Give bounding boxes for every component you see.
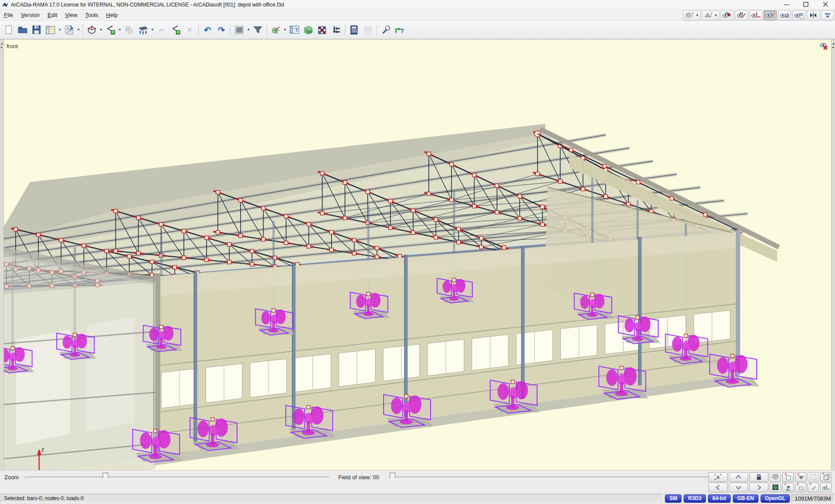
- colorgrid-icon: [317, 25, 327, 35]
- chevright-icon: [755, 483, 763, 492]
- view-name-label: front: [7, 43, 18, 50]
- fov-slider-thumb[interactable]: [390, 473, 395, 481]
- menu-item-edit[interactable]: Edit: [43, 10, 61, 20]
- hatchglass-icon: [685, 10, 695, 20]
- svg-text:+: +: [784, 483, 786, 487]
- frame-3d-button-dropdown[interactable]: ▼: [99, 23, 104, 37]
- dropdown-arrow-icon[interactable]: ▼: [714, 13, 718, 17]
- document-export-button-dropdown[interactable]: ▼: [76, 23, 81, 37]
- calculations-button[interactable]: [347, 23, 361, 37]
- show-axes-button[interactable]: [749, 10, 762, 20]
- pan-right-button[interactable]: [749, 483, 768, 492]
- pan-left-button[interactable]: [708, 483, 728, 492]
- slab-load-button[interactable]: [136, 23, 150, 37]
- svg-text:↶: ↶: [204, 25, 211, 34]
- fit-view-button[interactable]: [770, 483, 781, 492]
- menu-item-tools[interactable]: Tools: [81, 10, 102, 20]
- loads-definition-button[interactable]: [329, 23, 343, 37]
- tools-options-button[interactable]: [379, 23, 393, 37]
- section-bars-button-dropdown[interactable]: ▼: [246, 23, 251, 37]
- lock-view-button[interactable]: [749, 472, 768, 482]
- properties-table-button[interactable]: I: [287, 23, 301, 37]
- dropdown-arrow-icon[interactable]: ▼: [695, 13, 699, 17]
- plushour-icon: +: [784, 483, 792, 492]
- cut-icon: ✂: [157, 25, 167, 35]
- plussq-icon: +: [784, 473, 792, 481]
- menu-item-file[interactable]: File: [0, 10, 17, 20]
- fov-slider-track[interactable]: [391, 477, 709, 479]
- eyeaxes2-icon: [822, 483, 830, 492]
- zoom-slider-track[interactable]: [25, 477, 330, 479]
- show-node-numbers-button[interactable]: 11: [721, 10, 734, 20]
- close-button[interactable]: [815, 0, 835, 10]
- maximize-button[interactable]: [796, 0, 815, 10]
- toolbar-separator: [230, 24, 230, 36]
- minimize-button[interactable]: [776, 0, 796, 10]
- delete-view-button[interactable]: ✕: [708, 472, 728, 482]
- menu-item-view[interactable]: View: [61, 10, 81, 20]
- add-node-button[interactable]: +: [169, 23, 183, 37]
- geometry-settings-button-dropdown[interactable]: ▼: [283, 23, 287, 37]
- collapse-icon: [823, 10, 832, 20]
- zoom-selected-button[interactable]: +: [782, 483, 794, 492]
- panels-icon: [45, 25, 56, 35]
- chevleft-icon: [714, 483, 722, 492]
- section-bars-button[interactable]: [232, 23, 246, 37]
- chevdown-icon: [734, 483, 743, 492]
- show-supports-button[interactable]: [764, 10, 777, 20]
- render-mode-dropdown[interactable]: ▼: [683, 10, 701, 20]
- zoom-cube-button[interactable]: +: [820, 472, 832, 482]
- delview-icon: ✕: [714, 473, 722, 481]
- zoom-window-button[interactable]: +: [782, 472, 794, 482]
- save-project-button[interactable]: [30, 23, 43, 37]
- dock-panels-button[interactable]: [807, 10, 820, 20]
- view-axes-button[interactable]: [820, 483, 832, 492]
- project-panels-button-dropdown[interactable]: ▼: [57, 23, 62, 37]
- slab-load-button-dropdown[interactable]: ▼: [150, 23, 155, 37]
- project-panels-button[interactable]: [43, 23, 57, 37]
- shade-mode-dropdown[interactable]: ▼: [702, 10, 719, 20]
- results-report-button: [361, 23, 375, 37]
- copy2-icon: [124, 25, 134, 35]
- structural-model-canvas[interactable]: zxy: [4, 40, 831, 470]
- filter-button[interactable]: [251, 23, 265, 37]
- context-help-button[interactable]: ?: [393, 23, 407, 37]
- docarrow-icon: [64, 25, 74, 35]
- full-screen-button: [770, 472, 781, 482]
- add-bar-button-dropdown[interactable]: ▼: [117, 23, 122, 37]
- menu-item-help[interactable]: Help: [102, 10, 122, 20]
- newdoc-icon: [3, 25, 14, 35]
- dockflip-icon: [808, 10, 818, 20]
- zoom-down-button[interactable]: +: [795, 472, 806, 482]
- add-bar-button[interactable]: +: [104, 23, 117, 37]
- left-panel-splitter[interactable]: ◂▸: [0, 40, 4, 470]
- redo-icon: ↷: [216, 25, 227, 35]
- show-bars-toggle-button[interactable]: [778, 10, 791, 20]
- collapse-toolbar-button[interactable]: [821, 10, 834, 20]
- cut-button: ✂: [155, 23, 169, 37]
- zoom-line-button[interactable]: +: [808, 483, 819, 492]
- pan-down-button[interactable]: [729, 483, 748, 492]
- redo-button[interactable]: ↷: [214, 23, 228, 37]
- 3d-viewport[interactable]: ◂▸ ◂▸ front zxy: [0, 39, 835, 470]
- undo-button[interactable]: ↶: [200, 23, 214, 37]
- zoom-region-button[interactable]: +: [795, 483, 806, 492]
- menu-item-version[interactable]: Version: [17, 10, 43, 20]
- document-export-button[interactable]: [62, 23, 76, 37]
- view-3d-button[interactable]: 3D: [301, 23, 315, 37]
- show-grid-button[interactable]: [792, 10, 805, 20]
- svg-text:✂: ✂: [159, 26, 165, 34]
- frame-3d-button[interactable]: [85, 23, 99, 37]
- status-badge-gb-en: GB-EN: [733, 494, 758, 503]
- geometry-settings-button[interactable]: [269, 23, 283, 37]
- show-bar-numbers-button[interactable]: 11: [735, 10, 748, 20]
- new-project-button[interactable]: [2, 23, 16, 37]
- close-view-icon[interactable]: [819, 42, 829, 51]
- right-panel-splitter[interactable]: ◂▸: [831, 40, 835, 470]
- zoom-slider-thumb[interactable]: [103, 473, 108, 481]
- svg-text:3D: 3D: [307, 29, 312, 33]
- status-badge-r3d3: R3D3: [684, 494, 706, 503]
- pan-up-button[interactable]: [729, 472, 748, 482]
- open-project-button[interactable]: [16, 23, 30, 37]
- color-map-button[interactable]: [315, 23, 329, 37]
